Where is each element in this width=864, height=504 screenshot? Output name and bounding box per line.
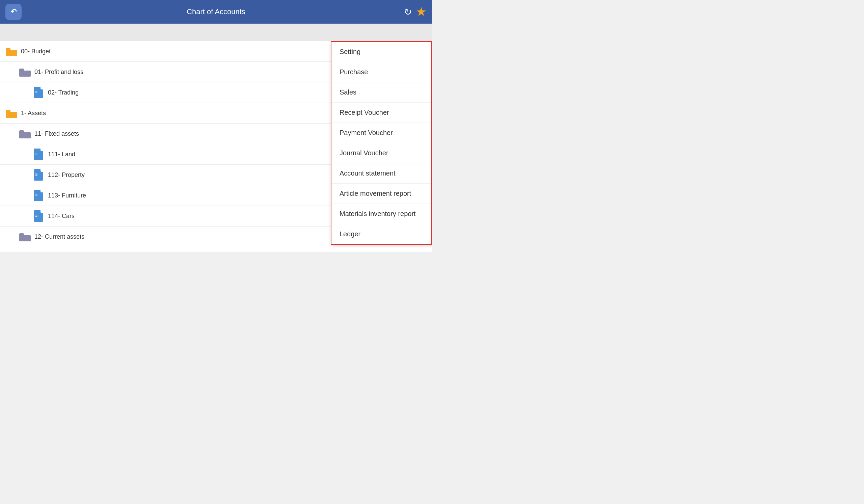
- star-icon: ★: [416, 5, 427, 19]
- item-label: 114- Cars: [48, 213, 75, 220]
- search-bar: [0, 24, 432, 41]
- doc-icon: [32, 169, 45, 181]
- page-title: Chart of Accounts: [187, 8, 245, 16]
- refresh-icon: ↻: [404, 7, 412, 17]
- item-label: 02- Trading: [48, 89, 79, 96]
- item-label: 113- Furniture: [48, 192, 86, 199]
- item-label: 12- Current assets: [34, 233, 84, 240]
- dropdown-item-account-statement[interactable]: Account statement: [332, 164, 431, 184]
- header-right: ↻ ★: [404, 5, 427, 19]
- doc-icon: [32, 148, 45, 160]
- item-label: 112- Property: [48, 171, 85, 179]
- tree-item-121[interactable]: 121- Customers: [0, 247, 432, 252]
- item-label: 00- Budget: [21, 48, 51, 55]
- dropdown-item-setting[interactable]: Setting: [332, 42, 431, 62]
- folder-gold-icon: [5, 107, 17, 119]
- header: ↶ Chart of Accounts ↻ ★: [0, 0, 432, 24]
- doc-icon: [32, 86, 45, 99]
- search-input[interactable]: [4, 29, 428, 35]
- dropdown-item-purchase[interactable]: Purchase: [332, 62, 431, 82]
- back-button[interactable]: ↶: [5, 4, 22, 20]
- folder-gray-icon: [19, 230, 31, 243]
- dropdown-item-payment-voucher[interactable]: Payment Voucher: [332, 123, 431, 143]
- main-content: 00- Budget01- Profit and loss02- Trading…: [0, 41, 432, 252]
- folder-gray-icon: [32, 251, 45, 252]
- favorites-button[interactable]: ★: [416, 5, 427, 19]
- folder-gray-icon: [19, 128, 31, 140]
- folder-gray-icon: [19, 66, 31, 78]
- dropdown-item-materials-inventory-report[interactable]: Materials inventory report: [332, 204, 431, 224]
- dropdown-items-container: SettingPurchaseSalesReceipt VoucherPayme…: [332, 42, 431, 244]
- refresh-button[interactable]: ↻: [404, 7, 412, 17]
- item-label: 1- Assets: [21, 110, 46, 117]
- dropdown-item-sales[interactable]: Sales: [332, 82, 431, 103]
- doc-icon: [32, 210, 45, 222]
- header-left: ↶: [5, 4, 22, 20]
- doc-icon: [32, 189, 45, 202]
- dropdown-item-journal-voucher[interactable]: Journal Voucher: [332, 143, 431, 164]
- dropdown-item-receipt-voucher[interactable]: Receipt Voucher: [332, 103, 431, 123]
- item-label: 11- Fixed assets: [34, 130, 79, 137]
- dropdown-item-article-movement-report[interactable]: Article movement report: [332, 184, 431, 204]
- back-arrow-icon: ↶: [11, 8, 16, 16]
- item-label: 01- Profit and loss: [34, 69, 83, 76]
- item-label: 111- Land: [48, 151, 75, 158]
- dropdown-menu: SettingPurchaseSalesReceipt VoucherPayme…: [331, 41, 432, 245]
- dropdown-item-ledger[interactable]: Ledger: [332, 224, 431, 244]
- folder-gold-icon: [5, 45, 17, 57]
